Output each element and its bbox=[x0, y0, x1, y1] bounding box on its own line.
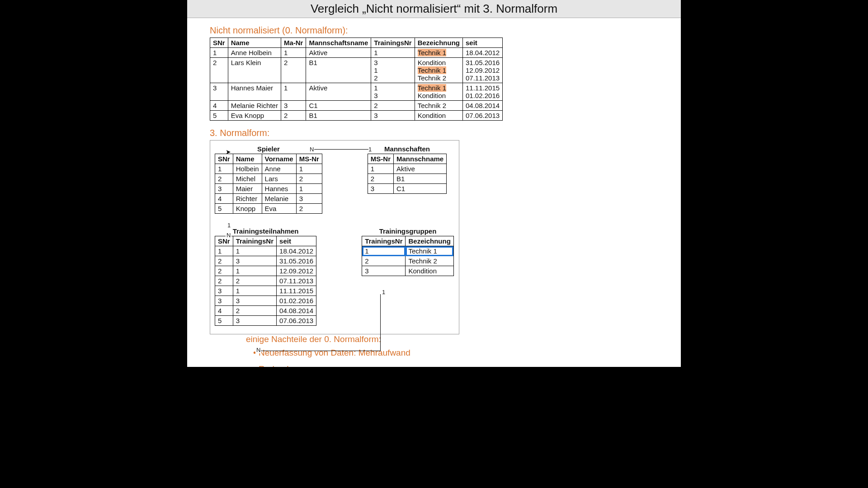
conn-label-Nc: N bbox=[255, 347, 261, 353]
slide-title: Vergleich „Nicht normalisiert“ mit 3. No… bbox=[187, 0, 681, 18]
conn-label-1c: 1 bbox=[381, 289, 386, 296]
slide: Vergleich „Nicht normalisiert“ mit 3. No… bbox=[187, 0, 681, 367]
gruppen-title: Trainingsgruppen bbox=[362, 226, 454, 236]
connector-line-bottom-v bbox=[380, 294, 381, 351]
gruppen-block: Trainingsgruppen TrainingsNrBezeichnung1… bbox=[362, 226, 454, 276]
table-teilnahmen: SNrTrainingsNrseit1118.04.20122331.05.20… bbox=[215, 236, 316, 326]
cursor-icon: ➤ bbox=[226, 148, 231, 155]
conn-label-Nb: N bbox=[226, 232, 231, 239]
teilnahmen-block: Trainingsteilnahmen SNrTrainingsNrseit11… bbox=[215, 226, 316, 326]
section-0nf-heading: Nicht normalisiert (0. Normalform): bbox=[210, 25, 658, 36]
connector-line-bottom-h bbox=[261, 351, 381, 351]
table-gruppen: TrainingsNrBezeichnung1Technik 12Technik… bbox=[362, 236, 454, 276]
connector-line-top bbox=[314, 149, 368, 150]
section-3nf-heading: 3. Normalform: bbox=[210, 128, 658, 138]
disadvantages-title: einige Nachteile der 0. Normalform: bbox=[246, 334, 427, 344]
mannschaften-title: Mannschaften bbox=[368, 144, 447, 154]
mannschaften-block: Mannschaften MS-NrMannschname1Aktive2B13… bbox=[368, 144, 447, 194]
table-spieler: SNrNameVornameMS-Nr1HolbeinAnne12MichelL… bbox=[215, 154, 322, 214]
table-mannschaften: MS-NrMannschname1Aktive2B13C1 bbox=[368, 154, 447, 194]
table-0nf: SNrNameMa-NrMannschaftsnameTrainingsNrBe… bbox=[210, 38, 503, 121]
conn-label-1b: 1 bbox=[226, 222, 231, 229]
erm-container: N 1 Spieler SNrNameVornameMS-Nr1HolbeinA… bbox=[210, 140, 459, 334]
